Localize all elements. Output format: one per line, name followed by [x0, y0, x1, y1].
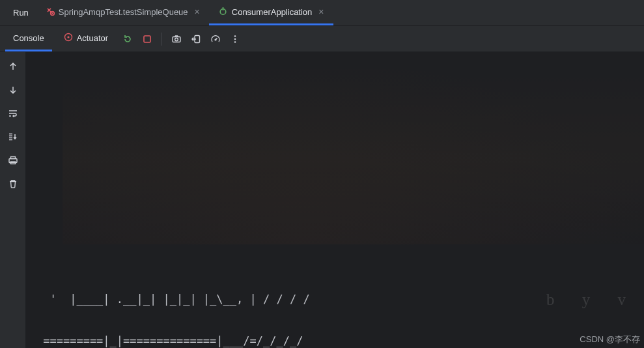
close-icon[interactable]: ×: [318, 7, 324, 17]
svg-point-7: [175, 38, 178, 41]
console-tab[interactable]: Console: [5, 26, 52, 51]
scroll-to-end-icon[interactable]: [4, 128, 22, 146]
run-tab-label: SpringAmqpTest.testSimpleQueue: [59, 7, 188, 17]
actuator-tab[interactable]: Actuator: [56, 26, 116, 51]
exit-icon[interactable]: [188, 31, 204, 47]
tool-window-label: Run: [5, 8, 36, 18]
svg-point-12: [234, 41, 236, 43]
soft-wrap-icon[interactable]: [4, 104, 22, 123]
banner-line: ' |____| .__|_| |_|_| |_\__, | / / / /: [36, 289, 634, 310]
divider: [161, 33, 162, 46]
svg-rect-2: [222, 7, 223, 10]
more-icon[interactable]: [227, 31, 243, 47]
scroll-down-icon[interactable]: [4, 81, 22, 99]
run-tab-label: ConsumerApplication: [232, 7, 313, 17]
svg-point-9: [215, 39, 216, 40]
banner-line: =========|_|==============|___/=/_/_/_/: [36, 330, 634, 348]
run-tab-consumer[interactable]: ConsumerApplication ×: [209, 0, 333, 25]
trash-icon[interactable]: [4, 175, 22, 193]
run-app-icon: [218, 6, 228, 18]
gauge-icon[interactable]: [208, 31, 223, 47]
actuator-label: Actuator: [77, 33, 108, 43]
svg-point-4: [67, 36, 69, 38]
scroll-up-icon[interactable]: [4, 57, 22, 76]
svg-point-10: [234, 35, 236, 37]
rerun-button[interactable]: [120, 31, 135, 47]
watermark: CSDN @李不存: [580, 334, 640, 345]
background-decoration: [63, 55, 644, 244]
watermark-byv: b y v: [546, 291, 637, 309]
stop-button[interactable]: [139, 31, 155, 47]
actuator-icon: [64, 33, 73, 44]
run-tab-springamqp[interactable]: SpringAmqpTest.testSimpleQueue ×: [36, 0, 209, 25]
camera-icon[interactable]: [169, 31, 184, 47]
print-icon[interactable]: [4, 151, 22, 169]
svg-rect-5: [144, 36, 150, 42]
svg-rect-14: [10, 157, 15, 159]
test-fail-icon: [46, 7, 55, 18]
svg-point-11: [234, 38, 236, 40]
close-icon[interactable]: ×: [195, 7, 200, 17]
